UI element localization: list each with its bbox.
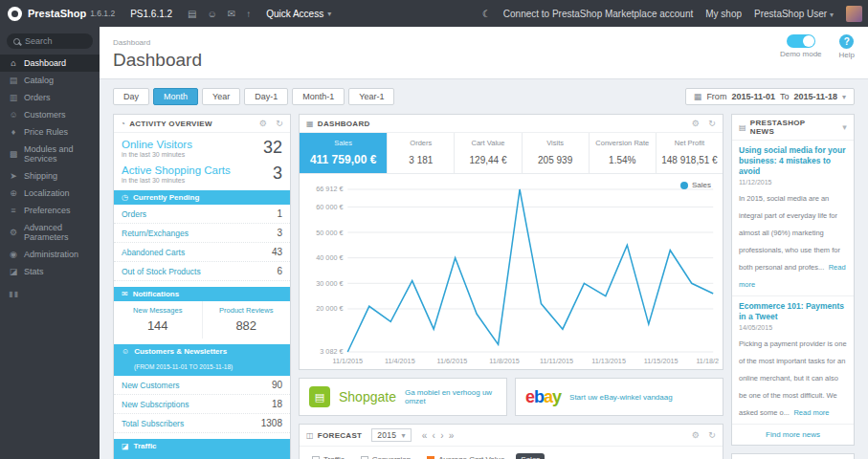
article-title-link[interactable]: Using social media for your business: 4 … [739, 145, 847, 177]
new-messages-cell[interactable]: New Messages 144 [114, 301, 202, 339]
to-label: To [780, 92, 790, 101]
sidebar-search [7, 33, 93, 49]
forecast-legend-traffic[interactable]: Traffic [307, 453, 349, 459]
kpi-conversion-rate[interactable]: Conversion Rate 1.54% [590, 133, 657, 173]
range-day-1-button[interactable]: Day-1 [244, 88, 288, 105]
online-visitors-value: 32 [263, 138, 282, 158]
prestashop-news-panel: ▤ PRESTASHOP NEWS ▾ Using social media f… [731, 114, 855, 446]
kpi-cart-value[interactable]: Cart Value 129,44 € [455, 133, 522, 173]
date-range-picker[interactable]: ▦ From 2015-11-01 To 2015-11-18 ▾ [685, 88, 855, 105]
find-more-news-link[interactable]: Find more news [732, 425, 854, 445]
user-menu[interactable]: PrestaShop User ▾ [754, 9, 834, 19]
upgrade-icon[interactable]: ↑ [246, 9, 251, 19]
svg-text:11/8/2015: 11/8/2015 [489, 357, 520, 365]
moon-icon[interactable]: ☾ [482, 9, 491, 19]
sidebar-item-shipping[interactable]: ➤ Shipping [0, 167, 100, 185]
orders-icon: ▥ [9, 93, 18, 102]
kpi-sales[interactable]: Sales 411 759,00 € [300, 133, 388, 173]
next-page-icon[interactable]: › [440, 430, 444, 441]
sidebar-item-dashboard[interactable]: ⌂ Dashboard [0, 55, 100, 72]
forecast-icon: ◫ [306, 431, 314, 440]
range-month-button[interactable]: Month [153, 88, 198, 105]
forecast-panel-header: ◫ FORECAST 2015 ▾ « ‹ › » ⚙ [300, 425, 723, 447]
product-reviews-cell[interactable]: Product Reviews 882 [202, 301, 291, 339]
forecast-legend-sales[interactable]: Sales [516, 453, 545, 459]
range-month-1-button[interactable]: Month-1 [292, 88, 345, 105]
sidebar-item-localization[interactable]: ⊕ Localization [0, 185, 100, 202]
online-visitors-link[interactable]: Online Visitors [122, 139, 192, 150]
customers-row-new-subscriptions: New Subscriptions 18 [114, 395, 290, 414]
help-icon[interactable]: ? [839, 34, 854, 49]
gear-icon[interactable]: ⚙ [692, 119, 700, 128]
main-menu: ⌂ Dashboard ▤ Catalog ▥ Orders ☺ Custome… [0, 55, 100, 280]
modules-icon: ▩ [9, 149, 18, 159]
collapse-menu-icon[interactable]: ▮▮ [0, 280, 100, 308]
sidebar-item-orders[interactable]: ▥ Orders [0, 89, 100, 106]
last-page-icon[interactable]: » [449, 430, 455, 441]
first-page-icon[interactable]: « [422, 430, 428, 441]
news-article: Using social media for your business: 4 … [732, 141, 854, 296]
prestashop-logo[interactable]: PrestaShop 1.6.1.2 [0, 7, 115, 21]
sidebar-item-catalog[interactable]: ▤ Catalog [0, 72, 100, 89]
range-year-1-button[interactable]: Year-1 [348, 88, 394, 105]
shopgate-brand: Shopgate [339, 389, 396, 404]
breadcrumb[interactable]: Dashboard [113, 38, 150, 47]
pending-row-orders: Orders 1 [114, 205, 290, 224]
kpi-net-profit[interactable]: Net Profit 148 918,51 € [657, 133, 723, 173]
checkbox-icon[interactable] [361, 456, 368, 459]
sidebar-item-modules-and-services[interactable]: ▩ Modules and Services [0, 141, 100, 167]
messages-notification-icon[interactable]: ✉ [228, 9, 235, 19]
gear-icon[interactable]: ⚙ [692, 430, 700, 440]
help-button[interactable]: ? Help [839, 34, 855, 59]
kpi-visits[interactable]: Visits 205 939 [523, 133, 590, 173]
active-carts-link[interactable]: Active Shopping Carts [122, 164, 231, 176]
forecast-legend-average-cart-value[interactable]: Average Cart Value [422, 453, 509, 459]
range-year-button[interactable]: Year [202, 88, 240, 105]
sidebar-item-customers[interactable]: ☺ Customers [0, 106, 100, 123]
shopgate-link[interactable]: Ga mobiel en verhoog uw omzet [405, 388, 497, 405]
article-title-link[interactable]: Ecommerce 101: Payments in a Tweet [739, 301, 847, 322]
sidebar-item-label: Localization [24, 188, 70, 198]
checkbox-icon[interactable] [427, 456, 434, 459]
customers-notification-icon[interactable]: ☺ [208, 9, 217, 19]
refresh-icon[interactable]: ↻ [708, 119, 716, 128]
sidebar-item-advanced-parameters[interactable]: ⚙ Advanced Parameters [0, 219, 100, 246]
kpi-orders[interactable]: Orders 3 181 [388, 133, 455, 173]
article-excerpt: In 2015, social media are an integral pa… [739, 194, 840, 272]
quick-access-menu[interactable]: Quick Access ▾ [266, 9, 331, 19]
sidebar-item-stats[interactable]: ◪ Stats [0, 263, 100, 280]
news-article: Ecommerce 101: Payments in a Tweet 14/05… [732, 296, 854, 425]
prev-page-icon[interactable]: ‹ [433, 430, 436, 441]
demo-mode-toggle[interactable]: Demo mode [780, 34, 822, 58]
refresh-icon[interactable]: ↻ [708, 430, 716, 440]
checkbox-icon[interactable] [312, 456, 320, 459]
gear-icon[interactable]: ⚙ [259, 119, 267, 128]
chevron-down-icon[interactable]: ▾ [842, 122, 847, 132]
my-shop-link[interactable]: My shop [705, 9, 742, 19]
customers-row-total-subscribers: Total Subscribers 1308 [114, 414, 290, 433]
forecast-legend-conversion[interactable]: Conversion [356, 453, 415, 459]
sidebar-item-price-rules[interactable]: ♦ Price Rules [0, 123, 100, 141]
sidebar-item-administration[interactable]: ◉ Administration [0, 246, 100, 263]
dashboard-content: ◔ ACTIVITY OVERVIEW ⚙ ↻ Online Visitors … [100, 111, 868, 459]
active-carts-value: 3 [273, 164, 282, 184]
search-input[interactable] [25, 36, 86, 46]
sidebar-item-preferences[interactable]: ≡ Preferences [0, 202, 100, 219]
news-column: ▤ PRESTASHOP NEWS ▾ Using social media f… [731, 114, 855, 459]
toggle-switch-icon[interactable] [787, 34, 815, 48]
stats-icon: ◪ [9, 267, 18, 276]
envelope-icon: ✉ [122, 290, 128, 298]
marketplace-link[interactable]: Connect to PrestaShop Marketplace accoun… [503, 9, 693, 19]
refresh-icon[interactable]: ↻ [276, 119, 283, 128]
header-tools: Demo mode ? Help [780, 32, 855, 71]
orders-notification-icon[interactable]: ▤ [188, 9, 196, 19]
read-more-link[interactable]: Read more [793, 408, 829, 417]
ebay-link[interactable]: Start uw eBay-winkel vandaag [569, 393, 673, 402]
from-date: 2015-11-01 [731, 92, 775, 101]
main-column: ▦ DASHBOARD ⚙ ↻ Sales 411 759,00 € Order… [299, 114, 723, 459]
svg-text:30 000 €: 30 000 € [316, 279, 343, 288]
range-day-button[interactable]: Day [113, 88, 149, 105]
forecast-year-select[interactable]: 2015 ▾ [371, 428, 411, 442]
user-avatar[interactable] [846, 6, 862, 22]
to-date: 2015-11-18 [793, 92, 837, 101]
